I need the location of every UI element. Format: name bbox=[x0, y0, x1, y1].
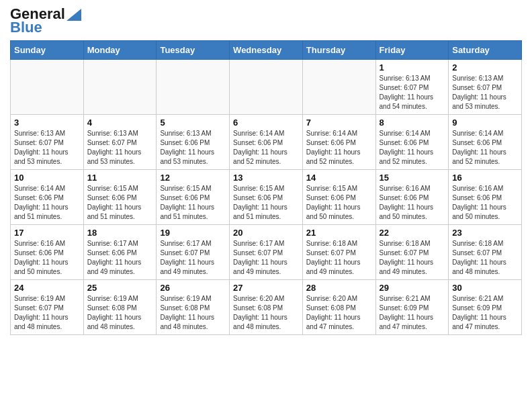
day-cell-2: 2Sunrise: 6:13 AMSunset: 6:07 PMDaylight… bbox=[449, 60, 522, 115]
day-cell-6: 6Sunrise: 6:14 AMSunset: 6:06 PMDaylight… bbox=[230, 115, 303, 170]
logo-blue: Blue bbox=[10, 20, 42, 35]
day-info: Sunrise: 6:16 AMSunset: 6:06 PMDaylight:… bbox=[452, 184, 518, 222]
day-number: 29 bbox=[380, 283, 445, 293]
weekday-header-row: SundayMondayTuesdayWednesdayThursdayFrid… bbox=[11, 41, 522, 60]
day-cell-28: 28Sunrise: 6:20 AMSunset: 6:08 PMDayligh… bbox=[302, 280, 375, 335]
day-cell-12: 12Sunrise: 6:15 AMSunset: 6:06 PMDayligh… bbox=[157, 170, 230, 225]
day-info: Sunrise: 6:15 AMSunset: 6:06 PMDaylight:… bbox=[306, 184, 372, 222]
day-info: Sunrise: 6:20 AMSunset: 6:08 PMDaylight:… bbox=[306, 294, 372, 332]
day-number: 27 bbox=[233, 283, 299, 293]
day-cell-4: 4Sunrise: 6:13 AMSunset: 6:07 PMDaylight… bbox=[83, 115, 157, 170]
day-info: Sunrise: 6:13 AMSunset: 6:07 PMDaylight:… bbox=[380, 74, 445, 111]
day-number: 2 bbox=[452, 62, 518, 73]
day-number: 13 bbox=[233, 173, 299, 183]
day-info: Sunrise: 6:13 AMSunset: 6:07 PMDaylight:… bbox=[87, 129, 153, 167]
day-info: Sunrise: 6:13 AMSunset: 6:07 PMDaylight:… bbox=[14, 129, 80, 167]
day-number: 22 bbox=[380, 228, 445, 238]
day-cell-10: 10Sunrise: 6:14 AMSunset: 6:06 PMDayligh… bbox=[11, 170, 84, 225]
day-number: 25 bbox=[87, 283, 153, 293]
day-number: 14 bbox=[306, 173, 372, 183]
weekday-header-thursday: Thursday bbox=[302, 41, 375, 60]
day-info: Sunrise: 6:19 AMSunset: 6:08 PMDaylight:… bbox=[160, 294, 226, 332]
day-info: Sunrise: 6:18 AMSunset: 6:07 PMDaylight:… bbox=[380, 239, 445, 277]
day-number: 24 bbox=[14, 283, 80, 293]
day-cell-19: 19Sunrise: 6:17 AMSunset: 6:07 PMDayligh… bbox=[157, 225, 230, 280]
day-info: Sunrise: 6:14 AMSunset: 6:06 PMDaylight:… bbox=[380, 129, 445, 167]
day-info: Sunrise: 6:16 AMSunset: 6:06 PMDaylight:… bbox=[380, 184, 445, 222]
day-info: Sunrise: 6:17 AMSunset: 6:07 PMDaylight:… bbox=[160, 239, 226, 277]
day-info: Sunrise: 6:13 AMSunset: 6:07 PMDaylight:… bbox=[452, 74, 518, 111]
day-cell-27: 27Sunrise: 6:20 AMSunset: 6:08 PMDayligh… bbox=[230, 280, 303, 335]
day-number: 1 bbox=[380, 62, 445, 73]
week-row-2: 10Sunrise: 6:14 AMSunset: 6:06 PMDayligh… bbox=[11, 170, 522, 225]
day-info: Sunrise: 6:14 AMSunset: 6:06 PMDaylight:… bbox=[14, 184, 80, 222]
day-number: 10 bbox=[14, 173, 80, 183]
svg-marker-0 bbox=[66, 9, 81, 21]
day-info: Sunrise: 6:15 AMSunset: 6:06 PMDaylight:… bbox=[160, 184, 226, 222]
empty-cell bbox=[11, 60, 84, 115]
day-number: 26 bbox=[160, 283, 226, 293]
empty-cell bbox=[230, 60, 303, 115]
day-number: 28 bbox=[306, 283, 372, 293]
day-info: Sunrise: 6:20 AMSunset: 6:08 PMDaylight:… bbox=[233, 294, 299, 332]
day-info: Sunrise: 6:18 AMSunset: 6:07 PMDaylight:… bbox=[306, 239, 372, 277]
day-info: Sunrise: 6:16 AMSunset: 6:06 PMDaylight:… bbox=[14, 239, 80, 277]
weekday-header-friday: Friday bbox=[375, 41, 449, 60]
day-number: 6 bbox=[233, 118, 299, 128]
day-cell-30: 30Sunrise: 6:21 AMSunset: 6:09 PMDayligh… bbox=[449, 280, 522, 335]
day-number: 30 bbox=[452, 283, 518, 293]
weekday-header-saturday: Saturday bbox=[449, 41, 522, 60]
week-row-3: 17Sunrise: 6:16 AMSunset: 6:06 PMDayligh… bbox=[11, 225, 522, 280]
day-number: 18 bbox=[87, 228, 153, 238]
weekday-header-tuesday: Tuesday bbox=[157, 41, 230, 60]
day-info: Sunrise: 6:13 AMSunset: 6:06 PMDaylight:… bbox=[160, 129, 226, 167]
day-number: 15 bbox=[380, 173, 445, 183]
day-number: 21 bbox=[306, 228, 372, 238]
day-cell-25: 25Sunrise: 6:19 AMSunset: 6:08 PMDayligh… bbox=[83, 280, 157, 335]
day-info: Sunrise: 6:17 AMSunset: 6:07 PMDaylight:… bbox=[233, 239, 299, 277]
day-cell-22: 22Sunrise: 6:18 AMSunset: 6:07 PMDayligh… bbox=[375, 225, 449, 280]
day-info: Sunrise: 6:14 AMSunset: 6:06 PMDaylight:… bbox=[452, 129, 518, 167]
day-cell-26: 26Sunrise: 6:19 AMSunset: 6:08 PMDayligh… bbox=[157, 280, 230, 335]
day-cell-11: 11Sunrise: 6:15 AMSunset: 6:06 PMDayligh… bbox=[83, 170, 157, 225]
week-row-1: 3Sunrise: 6:13 AMSunset: 6:07 PMDaylight… bbox=[11, 115, 522, 170]
day-number: 9 bbox=[452, 118, 518, 128]
weekday-header-monday: Monday bbox=[83, 41, 157, 60]
day-cell-5: 5Sunrise: 6:13 AMSunset: 6:06 PMDaylight… bbox=[157, 115, 230, 170]
day-number: 5 bbox=[160, 118, 226, 128]
day-cell-21: 21Sunrise: 6:18 AMSunset: 6:07 PMDayligh… bbox=[302, 225, 375, 280]
day-info: Sunrise: 6:14 AMSunset: 6:06 PMDaylight:… bbox=[233, 129, 299, 167]
day-info: Sunrise: 6:21 AMSunset: 6:09 PMDaylight:… bbox=[380, 294, 445, 332]
logo-icon bbox=[66, 9, 81, 21]
day-cell-23: 23Sunrise: 6:18 AMSunset: 6:07 PMDayligh… bbox=[449, 225, 522, 280]
weekday-header-wednesday: Wednesday bbox=[230, 41, 303, 60]
calendar: SundayMondayTuesdayWednesdayThursdayFrid… bbox=[10, 40, 522, 335]
header: General Blue bbox=[10, 7, 522, 35]
day-info: Sunrise: 6:15 AMSunset: 6:06 PMDaylight:… bbox=[233, 184, 299, 222]
day-cell-20: 20Sunrise: 6:17 AMSunset: 6:07 PMDayligh… bbox=[230, 225, 303, 280]
day-info: Sunrise: 6:15 AMSunset: 6:06 PMDaylight:… bbox=[87, 184, 153, 222]
day-number: 7 bbox=[306, 118, 372, 128]
day-number: 4 bbox=[87, 118, 153, 128]
logo: General Blue bbox=[10, 7, 81, 35]
empty-cell bbox=[83, 60, 157, 115]
day-number: 17 bbox=[14, 228, 80, 238]
day-cell-3: 3Sunrise: 6:13 AMSunset: 6:07 PMDaylight… bbox=[11, 115, 84, 170]
day-info: Sunrise: 6:14 AMSunset: 6:06 PMDaylight:… bbox=[306, 129, 372, 167]
day-cell-24: 24Sunrise: 6:19 AMSunset: 6:07 PMDayligh… bbox=[11, 280, 84, 335]
day-cell-8: 8Sunrise: 6:14 AMSunset: 6:06 PMDaylight… bbox=[375, 115, 449, 170]
day-cell-7: 7Sunrise: 6:14 AMSunset: 6:06 PMDaylight… bbox=[302, 115, 375, 170]
day-number: 19 bbox=[160, 228, 226, 238]
day-number: 8 bbox=[380, 118, 445, 128]
empty-cell bbox=[302, 60, 375, 115]
day-number: 16 bbox=[452, 173, 518, 183]
day-cell-13: 13Sunrise: 6:15 AMSunset: 6:06 PMDayligh… bbox=[230, 170, 303, 225]
week-row-0: 1Sunrise: 6:13 AMSunset: 6:07 PMDaylight… bbox=[11, 60, 522, 115]
weekday-header-sunday: Sunday bbox=[11, 41, 84, 60]
day-cell-16: 16Sunrise: 6:16 AMSunset: 6:06 PMDayligh… bbox=[449, 170, 522, 225]
day-info: Sunrise: 6:18 AMSunset: 6:07 PMDaylight:… bbox=[452, 239, 518, 277]
day-cell-9: 9Sunrise: 6:14 AMSunset: 6:06 PMDaylight… bbox=[449, 115, 522, 170]
day-cell-29: 29Sunrise: 6:21 AMSunset: 6:09 PMDayligh… bbox=[375, 280, 449, 335]
day-cell-14: 14Sunrise: 6:15 AMSunset: 6:06 PMDayligh… bbox=[302, 170, 375, 225]
day-info: Sunrise: 6:19 AMSunset: 6:07 PMDaylight:… bbox=[14, 294, 80, 332]
